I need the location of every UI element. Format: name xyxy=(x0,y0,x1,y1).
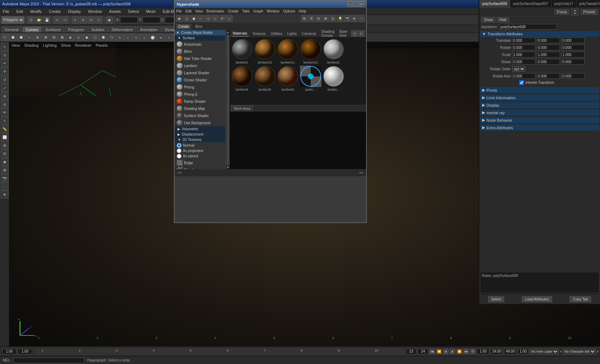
shelf-btn-3[interactable]: ⬣ xyxy=(17,34,25,41)
hs-tb-back[interactable]: ◁ xyxy=(205,15,211,22)
hs-menu-help[interactable]: Help xyxy=(299,9,306,13)
extra-attr-header[interactable]: ▶ Extra Attributes xyxy=(480,125,599,131)
rotate-order-select[interactable]: xyzyzxzxy xyxy=(512,66,525,72)
vp-menu-panels[interactable]: Panels xyxy=(96,43,108,47)
show-btn[interactable]: Show xyxy=(481,17,495,22)
material-shader[interactable]: shader... xyxy=(323,66,344,91)
tab-surfaces[interactable]: Surfaces xyxy=(42,26,64,32)
section-displacement[interactable]: ▶ Displacement xyxy=(175,132,225,137)
shelf-btn-19[interactable]: ⬤ xyxy=(149,34,156,41)
hs-tb-4[interactable]: — xyxy=(198,15,204,22)
tab-animation[interactable]: Animation xyxy=(137,26,161,32)
tool-deform[interactable]: ⊞ xyxy=(1,141,9,149)
tl-current2[interactable] xyxy=(418,349,428,354)
pivots-header[interactable]: ▶ Pivots xyxy=(480,87,599,93)
hs-menu-edit[interactable]: Edit xyxy=(185,9,191,13)
nav-prev-btn[interactable]: << xyxy=(178,171,182,175)
hs-menu-bookmarks[interactable]: Bookmarks xyxy=(206,9,224,13)
tl-play-fwd[interactable]: ⏵ xyxy=(450,349,455,354)
section-volumetric[interactable]: ▶ Volumetric xyxy=(175,126,225,132)
tab-subdvs[interactable]: Subdvs xyxy=(88,26,108,32)
shelf-btn-17[interactable]: ⍉ xyxy=(132,34,140,41)
shelf-btn-1[interactable]: ⬡ xyxy=(1,34,9,41)
undo-btn[interactable]: ↩ xyxy=(54,16,61,24)
tool-select[interactable]: ↖ xyxy=(1,43,9,51)
hs-tb-more[interactable]: ⋯ xyxy=(358,15,365,22)
panel-tab-lights[interactable]: Lights xyxy=(286,31,298,36)
material-lambert6[interactable]: lambert6 xyxy=(254,66,276,91)
menu-window[interactable]: Window xyxy=(86,9,103,14)
tl-skip-start[interactable]: ⏮ xyxy=(429,349,435,354)
load-attributes-btn[interactable]: Load Attributes xyxy=(522,296,552,302)
hs-tb-extra[interactable]: ⊕ xyxy=(351,15,358,22)
tool-snap[interactable]: ⊠ xyxy=(1,166,9,174)
radio-asstencil[interactable] xyxy=(177,154,181,158)
character-set-select[interactable]: No Character Set xyxy=(563,349,596,354)
menu-mesh[interactable]: Mesh xyxy=(145,9,157,14)
shader-shading-map[interactable]: Shading Map xyxy=(175,105,225,112)
tool-move[interactable]: ✛ xyxy=(1,67,9,75)
section-create-maya-nodes[interactable]: ▼ Create Maya Nodes xyxy=(175,30,225,35)
shader-hair-tube[interactable]: Hair Tube Shader xyxy=(175,55,225,62)
hs-close-btn[interactable]: ✕ xyxy=(359,2,364,7)
shelf-btn-14[interactable]: ⬠ xyxy=(108,34,115,41)
tool-lasso[interactable]: ⊙ xyxy=(1,51,9,59)
inherits-transform-checkbox[interactable] xyxy=(519,80,524,85)
shy-input[interactable] xyxy=(537,59,560,65)
node-behavior-header[interactable]: ▶ Node Behavior xyxy=(480,117,599,123)
mental-ray-header[interactable]: ▶ mental ray xyxy=(480,110,599,116)
tl-range-start[interactable] xyxy=(477,349,489,354)
shelf-btn-13[interactable]: ⬟ xyxy=(99,34,107,41)
tl-skip-end[interactable]: ⏭ xyxy=(463,349,469,354)
hs-menu-options[interactable]: Options xyxy=(283,9,295,13)
hs-tb-1[interactable]: ◉ xyxy=(176,15,182,22)
new-btn[interactable]: 🗋 xyxy=(28,16,35,24)
rp-tab-polyunite[interactable]: polyUnite17 xyxy=(551,0,576,7)
tool-paint[interactable]: ✏ xyxy=(1,59,9,67)
material-lambert11[interactable]: lambert11 xyxy=(277,39,299,64)
material-lambert1[interactable]: lambert1 xyxy=(231,39,253,64)
material-lambert8[interactable]: lambert8 xyxy=(277,66,299,91)
tl-start[interactable] xyxy=(2,349,16,354)
tool-soft[interactable]: ◎ xyxy=(1,100,9,108)
shelf-btn-8[interactable]: ⊠ xyxy=(58,34,66,41)
material-partic[interactable]: partic... xyxy=(300,66,321,91)
shelf-btn-2[interactable]: ⬢ xyxy=(9,34,17,41)
open-btn[interactable]: 📂 xyxy=(35,16,42,24)
hypershade-controls[interactable]: — □ ✕ xyxy=(348,2,364,7)
move-tool[interactable]: ✛ xyxy=(80,16,87,24)
hs-tb-list[interactable]: ☰ xyxy=(308,15,315,22)
hs-tb-light[interactable]: 💡 xyxy=(337,15,343,22)
tl-prev-key[interactable]: ⏪ xyxy=(436,349,442,354)
hs-tb-cam[interactable]: 📷 xyxy=(344,15,350,22)
hs-restore-btn[interactable]: □ xyxy=(353,2,358,7)
tl-end[interactable] xyxy=(18,349,32,354)
shelf-btn-21[interactable]: ⬦ xyxy=(165,34,173,41)
hs-menu-create[interactable]: Create xyxy=(228,9,239,13)
tool-cam[interactable]: 📷 xyxy=(1,174,9,182)
section-2dtextures[interactable]: ▼ 2D Textures xyxy=(175,137,225,142)
work-area-tab-btn[interactable]: Work Area xyxy=(231,106,253,111)
limit-info-header[interactable]: ▶ Limit Information xyxy=(480,95,599,101)
hs-tb-graph1[interactable]: ⊠ xyxy=(322,15,329,22)
tool-create[interactable]: ⊟ xyxy=(1,150,9,157)
shelf-btn-16[interactable]: ⌿ xyxy=(124,34,132,41)
material-lambert10[interactable]: lambert10 xyxy=(254,39,276,64)
hs-menu-view[interactable]: View xyxy=(195,9,203,13)
shader-anisotropic[interactable]: Anisotropic xyxy=(175,41,225,48)
save-btn[interactable]: 💾 xyxy=(43,16,50,24)
hs-tb-layout[interactable]: ⊟ xyxy=(315,15,322,22)
shelf-btn-5[interactable]: ⊕ xyxy=(34,34,41,41)
radio-normal[interactable] xyxy=(177,143,181,148)
tl-next-key[interactable]: ⏩ xyxy=(456,349,462,354)
tx-input[interactable] xyxy=(512,37,535,43)
shader-blinn[interactable]: Blinn xyxy=(175,48,225,55)
tab-polygons[interactable]: Polygons xyxy=(65,26,87,32)
shader-phong[interactable]: Phong xyxy=(175,84,225,91)
texture-checker[interactable]: Checker xyxy=(175,166,225,169)
rp-tab-polytweakuv[interactable]: polyTweakUV6 xyxy=(576,0,600,7)
shader-surface-shader[interactable]: Surface Shader xyxy=(175,112,225,119)
shelf-btn-18[interactable]: ⍊ xyxy=(140,34,148,41)
menu-modify[interactable]: Modify xyxy=(29,9,43,14)
shelf-btn-9[interactable]: ◈ xyxy=(66,34,74,41)
